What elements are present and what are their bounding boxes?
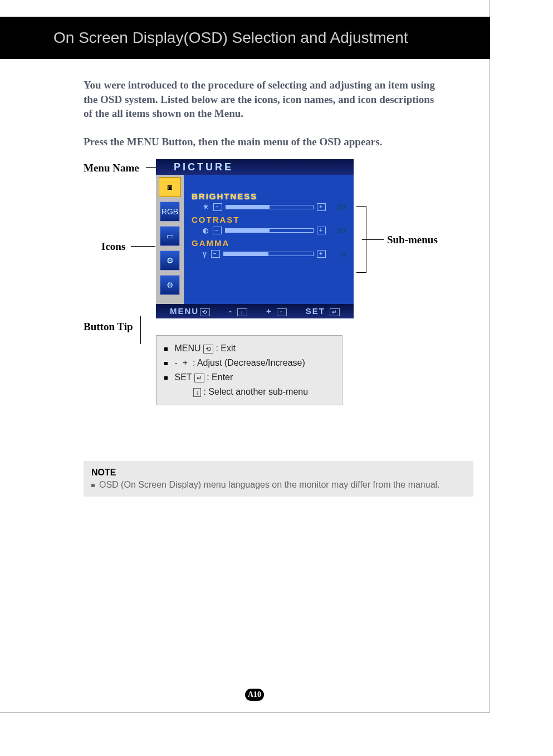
footer-plus[interactable]: + ↑ xyxy=(266,306,287,316)
footer-set[interactable]: SET ↵ xyxy=(306,306,340,316)
tip-menu-desc: : Exit xyxy=(216,343,236,353)
slider-bar[interactable] xyxy=(225,228,314,233)
note-text: OSD (On Screen Display) menu languages o… xyxy=(91,480,466,490)
bracket xyxy=(356,206,366,273)
bullet-icon xyxy=(164,362,168,365)
slider[interactable]: ◐ − + 50 xyxy=(203,225,346,235)
minus-plus-text: - + xyxy=(174,358,190,367)
minus-icon[interactable]: − xyxy=(211,250,220,258)
bullet-icon xyxy=(164,376,168,380)
sidebar-tracking-icon[interactable]: ▭ xyxy=(160,226,180,246)
note-heading: NOTE xyxy=(91,468,466,478)
sidebar-picture-icon[interactable]: ◙ xyxy=(159,177,181,197)
value: 50 xyxy=(329,225,346,235)
slider-bar[interactable] xyxy=(226,205,314,209)
enter-icon: ↵ xyxy=(330,308,340,316)
page-frame: On Screen Display(OSD) Selection and Adj… xyxy=(0,0,490,713)
row-contrast[interactable]: COTRAST ◐ − + 50 xyxy=(192,215,346,235)
minus-icon[interactable]: − xyxy=(213,203,222,211)
page-title: On Screen Display(OSD) Selection and Adj… xyxy=(53,29,408,47)
row-brightness[interactable]: BRIGHTNESS ☀ − + 50 xyxy=(192,192,346,212)
down-arrow-icon: ↓ xyxy=(193,388,201,397)
tip-select: ↓ : Select another sub-menu xyxy=(164,385,334,399)
bullet-icon xyxy=(91,484,95,487)
minus-icon[interactable]: − xyxy=(213,227,222,234)
sidebar-other-icon[interactable]: ⚙ xyxy=(160,275,180,295)
osd-title: PICTURE xyxy=(156,159,354,175)
osd-window: PICTURE ◙ RGB ▭ ⚙ ⚙ BRIGHTNESS ☀ − + 50 xyxy=(156,159,354,318)
plus-icon[interactable]: + xyxy=(317,250,326,258)
exit-icon: ⟲ xyxy=(200,308,210,316)
row-name: BRIGHTNESS xyxy=(192,192,346,201)
row-name: COTRAST xyxy=(192,215,346,224)
tip-set: SET ↵ : Enter xyxy=(164,370,334,385)
enter-icon: ↵ xyxy=(194,374,204,382)
tip-set-desc: : Enter xyxy=(207,372,233,382)
label-menu-name: Menu Name xyxy=(84,162,139,174)
tip-select-desc: : Select another sub-menu xyxy=(203,387,308,396)
footer-set-label: SET xyxy=(306,306,325,316)
osd-body: ◙ RGB ▭ ⚙ ⚙ BRIGHTNESS ☀ − + 50 xyxy=(156,175,354,304)
brightness-icon: ☀ xyxy=(203,203,210,211)
exit-icon: ⟲ xyxy=(203,345,213,354)
slider[interactable]: ☀ − + 50 xyxy=(203,202,346,212)
tip-adjust-desc: : Adjust (Decrease/Increase) xyxy=(193,358,305,367)
intro-paragraph: You were introduced to the procedure of … xyxy=(84,78,440,121)
connector-line xyxy=(146,167,156,168)
connector-line xyxy=(131,246,155,247)
tip-set-label: SET xyxy=(174,372,192,382)
contrast-icon: ◐ xyxy=(203,227,209,234)
page-number: A10 xyxy=(245,689,264,701)
label-sub-menus: Sub-menus xyxy=(387,234,438,246)
footer-menu-label: MENU xyxy=(170,306,199,316)
osd-footer: MENU⟲ - ↓ + ↑ SET ↵ xyxy=(156,304,354,318)
footer-menu[interactable]: MENU⟲ xyxy=(170,306,210,316)
sidebar-setup-icon[interactable]: ⚙ xyxy=(160,251,180,271)
slider[interactable]: γ − + 0 xyxy=(203,249,346,258)
button-tip-box: MENU ⟲ : Exit - + : Adjust (Decrease/Inc… xyxy=(156,335,342,405)
label-button-tip: Button Tip xyxy=(84,321,133,333)
slider-bar[interactable] xyxy=(223,252,314,256)
tip-menu-label: MENU xyxy=(174,343,200,353)
note-box: NOTE OSD (On Screen Display) menu langua… xyxy=(84,461,473,497)
plus-icon[interactable]: + xyxy=(317,203,326,211)
page-banner: On Screen Display(OSD) Selection and Adj… xyxy=(0,17,490,59)
note-text-content: OSD (On Screen Display) menu languages o… xyxy=(99,480,440,489)
footer-plus-label: + xyxy=(266,306,272,316)
bullet-icon xyxy=(164,347,168,351)
down-arrow-icon: ↓ xyxy=(237,308,247,316)
label-icons: Icons xyxy=(101,240,125,253)
value: 50 xyxy=(329,202,346,212)
footer-minus[interactable]: - ↓ xyxy=(229,306,247,316)
press-line: Press the MENU Button, then the main men… xyxy=(84,136,440,148)
sidebar-color-icon[interactable]: RGB xyxy=(160,202,180,222)
footer-minus-label: - xyxy=(229,306,233,316)
up-arrow-icon: ↑ xyxy=(277,308,287,316)
osd-main: BRIGHTNESS ☀ − + 50 COTRAST ◐ − xyxy=(184,175,354,304)
tip-adjust: - + : Adjust (Decrease/Increase) xyxy=(164,356,334,370)
gamma-icon: γ xyxy=(203,250,208,258)
row-gamma[interactable]: GAMMA γ − + 0 xyxy=(192,238,346,258)
osd-sidebar: ◙ RGB ▭ ⚙ ⚙ xyxy=(156,175,184,304)
value: 0 xyxy=(329,249,346,258)
row-name: GAMMA xyxy=(192,238,346,248)
connector-line xyxy=(140,316,141,344)
plus-icon[interactable]: + xyxy=(317,227,326,234)
tip-menu: MENU ⟲ : Exit xyxy=(164,341,334,356)
